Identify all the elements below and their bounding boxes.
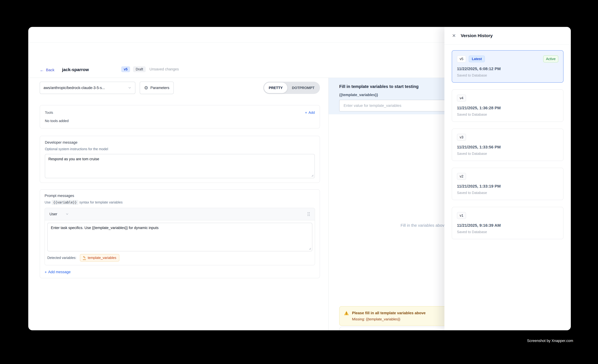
back-arrow-icon: ← <box>40 68 44 72</box>
pencil-icon: ✎ <box>83 256 86 260</box>
version-card-v2[interactable]: v2 11/21/2025, 1:33:19 PM Saved to Datab… <box>452 168 564 200</box>
version-timestamp: 11/21/2025, 1:33:19 PM <box>457 184 558 189</box>
version-card-v5[interactable]: v5 Latest Active 11/22/2025, 6:08:12 PM … <box>452 50 564 83</box>
developer-message-subtitle: Optional system instructions for the mod… <box>45 147 315 151</box>
version-card-v3[interactable]: v3 11/21/2025, 1:33:56 PM Saved to Datab… <box>452 129 564 161</box>
chevron-down-icon <box>65 212 69 216</box>
detected-variables-row: Detected variables: ✎ template_variables <box>45 251 315 265</box>
version-saved-status: Saved to Database <box>457 191 558 195</box>
parameters-button[interactable]: ⚙ Parameters <box>140 82 174 94</box>
prompt-message-block: User Enter task <box>45 208 315 265</box>
version-number-badge: v5 <box>457 56 466 62</box>
back-label: Back <box>46 68 54 72</box>
version-timestamp: 11/21/2025, 1:36:28 PM <box>457 106 558 110</box>
page-title: jack-sparrow <box>62 67 89 72</box>
version-badge: v5 <box>121 66 130 72</box>
gear-icon: ⚙ <box>144 85 148 90</box>
breadcrumb-badges: v5 Draft Unsaved changes <box>121 66 179 72</box>
model-selector[interactable]: aws/anthropic/bedrock-claude-3-5-s... <box>40 82 135 94</box>
add-tool-label: Add <box>308 110 315 115</box>
version-saved-status: Saved to Database <box>457 230 558 234</box>
unsaved-changes-label: Unsaved changes <box>150 67 179 71</box>
tab-dotprompt[interactable]: DOTPROMPT <box>287 83 319 93</box>
parameters-label: Parameters <box>150 86 169 90</box>
version-saved-status: Saved to Database <box>457 152 558 156</box>
version-timestamp: 11/22/2025, 6:08:12 PM <box>457 66 558 71</box>
add-message-label: Add message <box>48 270 71 274</box>
version-number-badge: v2 <box>457 173 466 180</box>
editor-pane: aws/anthropic/bedrock-claude-3-5-s... ⚙ … <box>28 78 328 330</box>
version-timestamp: 11/21/2025, 9:16:39 AM <box>457 223 558 228</box>
add-tool-button[interactable]: + Add <box>305 110 315 115</box>
format-toggle[interactable]: PRETTY DOTPROMPT <box>263 82 320 94</box>
version-timestamp: 11/21/2025, 1:33:56 PM <box>457 145 558 149</box>
version-history-panel: ✕ Version History v5 Latest Active 11/22… <box>444 27 571 330</box>
tools-title: Tools <box>45 110 53 115</box>
tab-pretty[interactable]: PRETTY <box>264 83 287 93</box>
message-textarea[interactable]: Enter task specifics. Use {{template_var… <box>47 223 312 251</box>
role-selector[interactable]: User <box>50 212 69 216</box>
version-history-header: ✕ Version History <box>444 27 571 45</box>
version-number-badge: v1 <box>457 212 466 219</box>
app-window: ← Back jack-sparrow v5 Draft Unsaved cha… <box>28 27 571 330</box>
version-number-badge: v3 <box>457 134 466 141</box>
drag-handle-icon[interactable] <box>307 212 310 216</box>
message-header: User <box>45 208 315 220</box>
plus-icon: + <box>305 111 307 115</box>
version-list: v5 Latest Active 11/22/2025, 6:08:12 PM … <box>444 45 571 245</box>
add-message-button[interactable]: + Add message <box>45 270 315 274</box>
developer-message-textarea[interactable]: Respond as you are tom cruise <box>45 154 315 178</box>
prompt-messages-title: Prompt messages <box>45 194 315 198</box>
toolbar: aws/anthropic/bedrock-claude-3-5-s... ⚙ … <box>40 82 320 94</box>
tools-empty-text: No tools added <box>45 119 315 123</box>
variable-chip-label: template_variables <box>88 256 116 260</box>
active-badge: Active <box>543 56 558 62</box>
prompt-messages-subtitle: Use {{variable}} syntax for template var… <box>45 200 315 204</box>
status-badge: Draft <box>133 66 146 72</box>
latest-badge: Latest <box>469 56 485 62</box>
watermark: Screenshot by Xnapper.com <box>527 339 573 343</box>
back-button[interactable]: ← Back <box>40 68 54 72</box>
variable-syntax-chip: {{variable}} <box>51 200 78 205</box>
subtitle-suffix: syntax for template variables <box>79 200 123 204</box>
plus-icon: + <box>45 270 47 274</box>
version-card-v4[interactable]: v4 11/21/2025, 1:36:28 PM Saved to Datab… <box>452 90 564 122</box>
detected-variables-label: Detected variables: <box>47 256 76 260</box>
warning-icon <box>344 311 349 315</box>
developer-message-section: Developer message Optional system instru… <box>40 136 320 183</box>
tools-section: Tools + Add No tools added <box>40 105 320 128</box>
version-number-badge: v4 <box>457 95 466 101</box>
prompt-messages-section: Prompt messages Use {{variable}} syntax … <box>40 189 320 278</box>
model-selector-value: aws/anthropic/bedrock-claude-3-5-s... <box>43 86 105 90</box>
version-saved-status: Saved to Database <box>457 73 558 77</box>
version-saved-status: Saved to Database <box>457 112 558 117</box>
version-history-title: Version History <box>461 33 493 38</box>
warning-title: Please fill in all template variables ab… <box>352 311 426 315</box>
version-card-v1[interactable]: v1 11/21/2025, 9:16:39 AM Saved to Datab… <box>452 207 564 239</box>
close-icon[interactable]: ✕ <box>451 33 457 38</box>
role-value: User <box>50 212 57 216</box>
subtitle-prefix: Use <box>45 200 50 204</box>
chevron-down-icon <box>128 86 132 90</box>
developer-message-title: Developer message <box>45 141 315 145</box>
variable-chip[interactable]: ✎ template_variables <box>80 254 119 262</box>
